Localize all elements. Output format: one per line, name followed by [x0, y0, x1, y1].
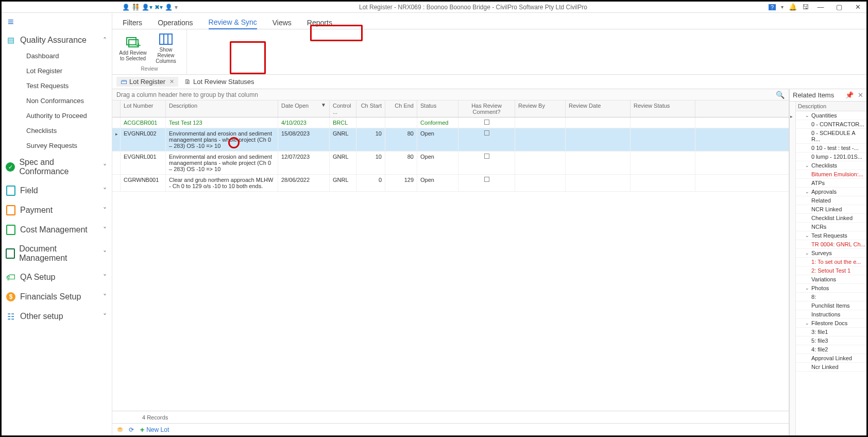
tree-group[interactable]: ⌄Surveys — [796, 249, 866, 258]
tree-group[interactable]: Punchlist Items — [796, 301, 866, 310]
related-tree[interactable]: Description ⌄Quantities0 - CONTRACTOR...… — [796, 102, 866, 435]
close-panel-icon[interactable]: ✕ — [858, 91, 863, 99]
table-row[interactable]: ACGCBR001 Test Test 123 4/10/2023 BRCL C… — [112, 117, 789, 128]
nav-group-cost-management[interactable]: Cost Management ˅ — [4, 220, 110, 240]
pin-icon[interactable]: 📌 — [845, 91, 854, 99]
tree-group[interactable]: NCRs — [796, 223, 866, 231]
notification-bell-icon[interactable]: 🔔 — [789, 3, 797, 11]
sidebar-item-survey-requests[interactable]: Survey Requests — [26, 138, 110, 153]
menu-tab-operations[interactable]: Operations — [158, 16, 193, 29]
tree-item[interactable]: TR 0004: GNRL Ch... — [796, 240, 866, 249]
qa-icon-4[interactable]: ✖▾ — [155, 4, 163, 11]
tree-group[interactable]: ⌄Filestore Docs — [796, 319, 866, 328]
tree-item[interactable]: NCR Linked — [796, 205, 866, 214]
col-ch-start[interactable]: Ch Start — [356, 100, 385, 117]
tree-item[interactable]: 1: To set out the e... — [796, 258, 866, 266]
tree-item[interactable]: 5: file3 — [796, 337, 866, 345]
nav-group-payment[interactable]: Payment ˅ — [4, 200, 110, 220]
tree-item[interactable]: 0 lump - 1201.01S... — [796, 153, 866, 161]
nav-group-spec-conformance[interactable]: ✓ Spec and Conformance ˅ — [4, 153, 110, 181]
panel-expand-handle[interactable]: ▸ — [790, 102, 796, 435]
tree-item[interactable]: 0 10 - test : test -... — [796, 144, 866, 153]
tree-group[interactable]: ⌄Checklists — [796, 161, 866, 170]
col-review-date[interactable]: Review Date — [566, 100, 631, 117]
nav-group-financials-setup[interactable]: $ Financials Setup ˅ — [4, 287, 110, 307]
nav-group-field[interactable]: Field ˅ — [4, 181, 110, 200]
col-expand[interactable] — [112, 100, 121, 117]
col-review-by[interactable]: Review By — [515, 100, 566, 117]
tree-item[interactable]: Checklist Linked — [796, 214, 866, 223]
qa-icon-2[interactable]: 🧑‍🤝‍🧑 — [132, 4, 140, 11]
sidebar-item-authority-to-proceed[interactable]: Authority to Proceed — [26, 108, 110, 123]
col-lot-number[interactable]: Lot Number — [121, 100, 166, 117]
ribbon-btn-add-review[interactable]: + Add Review to Selected — [117, 31, 148, 65]
tree-item[interactable]: Bitumen Emulsion:... — [796, 170, 866, 179]
menu-tab-review-sync[interactable]: Review & Sync — [209, 16, 257, 29]
save-icon[interactable]: 🖫 — [802, 3, 809, 11]
help-badge[interactable]: ? — [769, 4, 776, 10]
maximize-button[interactable]: ▢ — [832, 3, 846, 11]
cell-has-review-comment[interactable] — [458, 152, 515, 174]
sidebar-item-test-requests[interactable]: Test Requests — [26, 78, 110, 93]
ribbon-btn-show-columns[interactable]: Show Review Columns — [150, 31, 181, 65]
tree-item[interactable]: Related — [796, 196, 866, 205]
cell-has-review-comment[interactable] — [458, 117, 515, 128]
cell-has-review-comment[interactable] — [458, 175, 515, 191]
tree-group[interactable]: ⌄Approvals — [796, 188, 866, 196]
help-dropdown-icon[interactable]: ▾ — [781, 4, 784, 10]
table-row[interactable]: EVGNRL001 Environmental and erosion and … — [112, 152, 789, 175]
row-expand[interactable] — [112, 152, 121, 174]
tree-item[interactable]: 2: Setout Test 1 — [796, 266, 866, 275]
doc-tab-lot-register[interactable]: 🗃 Lot Register ✕ — [116, 77, 178, 87]
hamburger-icon[interactable]: ≡ — [4, 16, 110, 32]
tree-group[interactable]: ⌄Test Requests — [796, 231, 866, 240]
col-status[interactable]: Status — [417, 100, 458, 117]
col-ch-end[interactable]: Ch End — [385, 100, 417, 117]
tree-item[interactable]: 4: file2 — [796, 345, 866, 354]
minimize-button[interactable]: — — [814, 3, 827, 11]
qa-icon-5[interactable]: 👤 — [165, 4, 173, 11]
close-tab-icon[interactable]: ✕ — [169, 78, 174, 85]
sidebar-item-checklists[interactable]: Checklists — [26, 123, 110, 138]
nav-group-quality-assurance[interactable]: ▤ Quality Assurance ˄ — [4, 32, 110, 48]
sidebar-item-dashboard[interactable]: Dashboard — [26, 48, 110, 63]
group-by-bar[interactable]: Drag a column header here to group by th… — [112, 89, 789, 100]
row-expand[interactable]: ▸ — [112, 128, 121, 151]
menu-tab-views[interactable]: Views — [273, 16, 292, 29]
new-lot-button[interactable]: + New Lot — [140, 426, 169, 434]
tree-item[interactable]: 3: file1 — [796, 328, 866, 337]
tree-group[interactable]: Instructions — [796, 310, 866, 319]
tree-item[interactable]: Ncr Linked — [796, 363, 866, 372]
sidebar-item-non-conformances[interactable]: Non Conformances — [26, 93, 110, 108]
grid-body[interactable]: ACGCBR001 Test Test 123 4/10/2023 BRCL C… — [112, 117, 789, 411]
menu-tab-reports[interactable]: Reports — [307, 16, 332, 29]
refresh-icon[interactable]: ⟳ — [129, 426, 134, 433]
table-row[interactable]: CGRWNB001 Clear and grub northern approa… — [112, 175, 789, 192]
close-button[interactable]: ✕ — [851, 3, 864, 11]
search-icon[interactable]: 🔍 — [776, 91, 785, 99]
tree-group[interactable]: ⌄Quantities — [796, 111, 866, 120]
tree-item[interactable]: 0 - CONTRACTOR... — [796, 120, 866, 129]
table-row[interactable]: ▸ EVGNRL002 Environmental and erosion an… — [112, 128, 789, 152]
qa-icon-3[interactable]: 👤▾ — [142, 4, 152, 11]
col-has-review[interactable]: Has Review Comment? — [458, 100, 515, 117]
col-description[interactable]: Description — [166, 100, 278, 117]
row-expand[interactable] — [112, 117, 121, 128]
cell-has-review-comment[interactable] — [458, 128, 515, 151]
sidebar-item-lot-register[interactable]: Lot Register — [26, 63, 110, 78]
qa-icon-1[interactable]: 👤 — [122, 4, 130, 11]
tree-item[interactable]: 8: — [796, 293, 866, 301]
tree-group[interactable]: ⌄Photos — [796, 284, 866, 293]
col-review-status[interactable]: Review Status — [631, 100, 695, 117]
col-date-open[interactable]: Date Open▼ — [278, 100, 330, 117]
tree-group[interactable]: Variations — [796, 275, 866, 284]
col-control[interactable]: Control ... — [330, 100, 356, 117]
coins-icon[interactable]: ⛃ — [117, 426, 123, 433]
nav-group-qa-setup[interactable]: 🏷 QA Setup ˅ — [4, 267, 110, 287]
doc-tab-lot-review-statuses[interactable]: 🗎 Lot Review Statuses — [180, 77, 259, 87]
tree-item[interactable]: 0 - SCHEDULE A R... — [796, 129, 866, 144]
nav-group-document-management[interactable]: Document Management ˅ — [4, 240, 110, 267]
nav-group-other-setup[interactable]: ☷ Other setup ˅ — [4, 307, 110, 326]
tree-group[interactable]: ATPs — [796, 179, 866, 188]
tree-item[interactable]: Approval Linked — [796, 354, 866, 363]
